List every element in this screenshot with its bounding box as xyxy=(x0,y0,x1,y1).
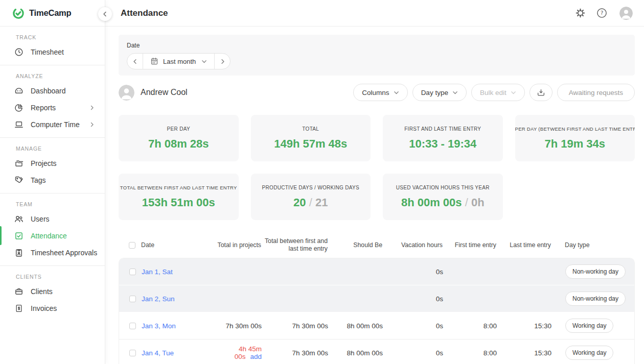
awaiting-requests-label: Awaiting requests xyxy=(569,89,623,96)
row-checkbox[interactable] xyxy=(129,323,136,329)
stat-label: USED VACATION HOURS THIS YEAR xyxy=(383,185,503,190)
section-label-manage: MANAGE xyxy=(0,145,105,155)
attendance-checkbox-icon xyxy=(14,231,24,240)
stat-value: 149h 57m 48s xyxy=(251,137,371,151)
brand-logo: TimeCamp xyxy=(0,0,105,27)
stat-value-secondary: 21 xyxy=(315,196,328,209)
first-time-entry-value: 8:00 xyxy=(443,349,497,357)
table-header-row: Date Total in projects Total between fir… xyxy=(119,232,635,258)
vacation-hours-value: 0s xyxy=(383,322,443,330)
row-checkbox[interactable] xyxy=(129,269,136,275)
users-icon xyxy=(14,214,24,224)
sidebar-item-label: Clients xyxy=(31,287,53,296)
stat-value: 20 / 21 xyxy=(251,196,371,209)
sidebar-item-timesheet[interactable]: Timesheet xyxy=(0,43,105,60)
stat-card-used-vacation: USED VACATION HOURS THIS YEAR 8h 00m 00s… xyxy=(383,174,503,220)
date-range-selector[interactable]: Last month xyxy=(143,54,215,69)
sidebar-item-label: Projects xyxy=(31,159,57,167)
stat-value-main: 8h 00m 00s xyxy=(401,196,462,209)
day-type-pill[interactable]: Non-working day xyxy=(565,264,626,279)
add-time-link[interactable]: add xyxy=(250,353,262,360)
total-between-value: 7h 30m 00s xyxy=(262,322,328,330)
help-icon[interactable]: ? xyxy=(596,8,607,18)
previous-period-button[interactable] xyxy=(127,54,143,69)
section-label-clients: CLIENTS xyxy=(0,274,105,283)
day-type-pill[interactable]: Non-working day xyxy=(565,292,626,306)
column-header-should-be: Should Be xyxy=(328,241,382,249)
column-header-first-time-entry: First time entry xyxy=(443,241,496,249)
stat-label: TOTAL xyxy=(251,126,371,132)
sidebar-item-reports[interactable]: Reports xyxy=(0,99,105,116)
chevron-right-icon xyxy=(89,122,95,127)
day-type-pill[interactable]: Working day xyxy=(565,319,613,333)
stat-value-secondary: 0h xyxy=(471,196,485,209)
stat-value-separator: / xyxy=(306,196,315,209)
vacation-hours-value: 0s xyxy=(383,349,443,357)
stats-row-2: TOTAL BETWEEN FIRST AND LAST TIME ENTRY … xyxy=(119,174,635,220)
column-header-day-type: Day type xyxy=(551,241,635,249)
date-range-value: Last month xyxy=(163,58,196,65)
sidebar-item-label: Timesheet Approvals xyxy=(31,249,97,257)
date-link[interactable]: Jan 1, Sat xyxy=(142,268,173,276)
sidebar-item-projects[interactable]: Projects xyxy=(0,155,105,172)
columns-dropdown-label: Columns xyxy=(362,89,389,96)
sidebar-item-attendance[interactable]: Attendance xyxy=(0,227,105,244)
stat-value-separator: / xyxy=(462,196,471,209)
should-be-value: 8h 00m 00s xyxy=(328,322,383,330)
should-be-value: 8h 00m 00s xyxy=(328,349,383,357)
sidebar-item-users[interactable]: Users xyxy=(0,210,105,227)
date-link[interactable]: Jan 4, Tue xyxy=(142,349,174,357)
column-header-last-time-entry: Last time entry xyxy=(496,241,551,249)
chevron-right-icon xyxy=(89,105,95,110)
stats-row-1: PER DAY 7h 08m 28s TOTAL 149h 57m 48s FI… xyxy=(119,115,635,161)
timecamp-logo-icon xyxy=(12,7,25,19)
next-period-button[interactable] xyxy=(215,54,230,69)
export-button[interactable] xyxy=(530,84,553,101)
brand-name: TimeCamp xyxy=(29,8,71,18)
folders-icon xyxy=(14,159,24,168)
row-checkbox[interactable] xyxy=(129,296,136,302)
sidebar-item-clients[interactable]: Clients xyxy=(0,283,105,300)
sidebar-item-label: Timesheet xyxy=(31,48,64,56)
columns-dropdown[interactable]: Columns xyxy=(353,84,407,101)
day-type-pill[interactable]: Working day xyxy=(565,346,613,360)
select-all-checkbox[interactable] xyxy=(129,242,135,249)
stat-label: PRODUCTIVE DAYS / WORKING DAYS xyxy=(251,185,371,190)
sidebar-item-label: Users xyxy=(31,215,50,223)
bulk-edit-dropdown[interactable]: Bulk edit xyxy=(471,84,525,101)
sidebar-item-tags[interactable]: Tags xyxy=(0,172,105,188)
sidebar-item-dashboard[interactable]: Dashboard xyxy=(0,82,105,99)
stat-card-per-day: PER DAY 7h 08m 28s xyxy=(119,115,239,161)
section-label-track: TRACK xyxy=(0,34,105,43)
clock-icon xyxy=(14,47,24,57)
day-type-dropdown[interactable]: Day type xyxy=(412,84,467,101)
row-checkbox[interactable] xyxy=(129,350,136,356)
total-in-projects-value: 7h 30m 00s xyxy=(213,322,262,330)
date-link[interactable]: Jan 3, Mon xyxy=(142,322,176,330)
stat-card-total-between: TOTAL BETWEEN FIRST AND LAST TIME ENTRY … xyxy=(119,174,239,220)
date-filter-panel: Date Last month xyxy=(119,35,635,76)
column-header-vacation-hours: Vacation hours xyxy=(382,241,443,249)
sidebar: TimeCamp TRACK Timesheet ANALYZE Dashboa… xyxy=(0,0,105,364)
date-link[interactable]: Jan 2, Sun xyxy=(142,295,175,303)
vacation-hours-value: 0s xyxy=(383,295,443,303)
column-header-total-in-projects: Total in projects xyxy=(213,241,261,249)
stat-value: 7h 19m 34s xyxy=(515,137,635,151)
svg-text:?: ? xyxy=(601,10,604,16)
clipboard-icon xyxy=(14,248,24,257)
total-between-value: 7h 30m 00s xyxy=(262,349,328,357)
vacation-hours-value: 0s xyxy=(383,268,443,276)
sidebar-item-computer-time[interactable]: Computer Time xyxy=(0,116,105,133)
section-label-team: TEAM xyxy=(0,201,105,210)
sidebar-collapse-button[interactable] xyxy=(98,7,112,21)
last-time-entry-value: 15:30 xyxy=(497,349,551,357)
user-avatar[interactable] xyxy=(619,7,633,20)
laptop-icon xyxy=(14,120,24,129)
awaiting-requests-button[interactable]: Awaiting requests xyxy=(557,84,635,101)
sidebar-item-timesheet-approvals[interactable]: Timesheet Approvals xyxy=(0,244,105,261)
stat-label: TOTAL BETWEEN FIRST AND LAST TIME ENTRY xyxy=(119,185,239,190)
table-row: Jan 4, Tue 4h 45m 00sadd 7h 30m 00s 8h 0… xyxy=(119,339,634,364)
sidebar-item-invoices[interactable]: Invoices xyxy=(0,300,105,317)
settings-gear-icon[interactable] xyxy=(576,8,585,18)
table-row: Jan 1, Sat 0s Non-working day xyxy=(119,258,634,285)
